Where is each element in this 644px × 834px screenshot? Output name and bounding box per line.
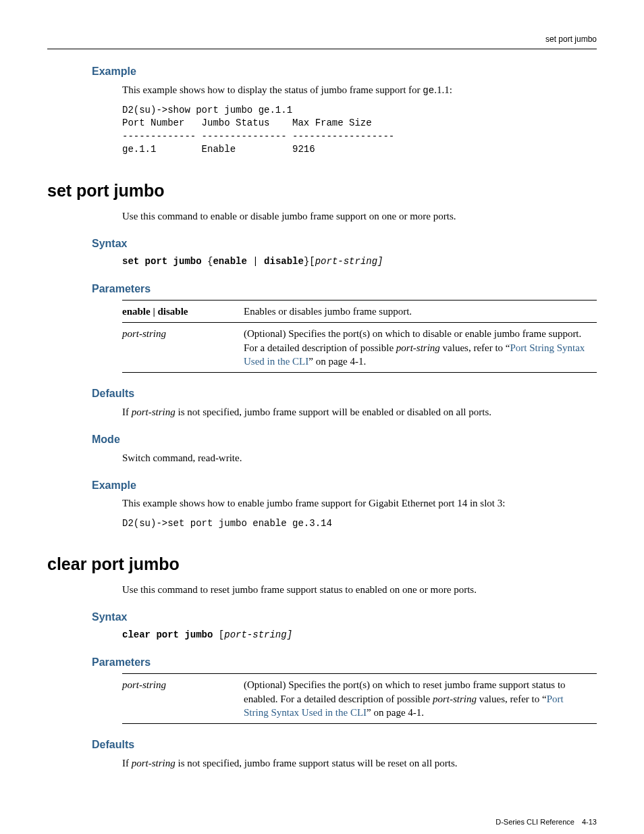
footer-book: D-Series CLI Reference xyxy=(495,818,574,826)
text: port-string xyxy=(132,407,176,417)
param-name: port-string xyxy=(122,674,244,724)
syntax-heading: Syntax xyxy=(92,236,597,251)
syntax-text: }[ xyxy=(304,256,315,267)
param-name: enable | disable xyxy=(122,301,244,323)
syntax-cmd: set port jumbo xyxy=(122,256,202,267)
text: is not specified, jumbo frame support st… xyxy=(176,758,458,768)
inline-code: ge xyxy=(423,85,434,96)
example-heading: Example xyxy=(92,478,597,493)
text: is not specified, jumbo frame support wi… xyxy=(176,407,491,417)
table-row: port-string (Optional) Specifies the por… xyxy=(122,323,597,373)
syntax-arg: port-string] xyxy=(315,256,383,267)
parameters-heading: Parameters xyxy=(92,655,597,670)
text: port-string xyxy=(122,679,166,690)
text: values, refer to “ xyxy=(440,342,510,353)
text: enable | disable xyxy=(122,306,188,317)
defaults-heading: Defaults xyxy=(92,737,597,752)
table-row: enable | disable Enables or disables jum… xyxy=(122,301,597,323)
text: port-string xyxy=(396,342,440,353)
footer-page: 4-13 xyxy=(582,818,597,826)
syntax-keyword: enable xyxy=(213,256,246,267)
syntax-arg: port-string] xyxy=(224,629,292,640)
command-intro: Use this command to enable or disable ju… xyxy=(122,209,597,223)
syntax-line: clear port jumbo [port-string] xyxy=(122,629,597,642)
text: This example shows how to display the st… xyxy=(122,84,423,95)
defaults-text: If port-string is not specified, jumbo f… xyxy=(122,405,597,419)
table-row: port-string (Optional) Specifies the por… xyxy=(122,674,597,724)
footer-sep xyxy=(574,818,582,826)
code-block: D2(su)->set port jumbo enable ge.3.14 xyxy=(122,517,597,531)
example-text: This example shows how to enable jumbo f… xyxy=(122,496,597,510)
mode-heading: Mode xyxy=(92,432,597,447)
text: port-string xyxy=(132,758,176,768)
mode-text: Switch command, read-write. xyxy=(122,451,597,465)
text: port-string xyxy=(433,694,477,704)
syntax-text: { xyxy=(202,256,213,267)
syntax-line: set port jumbo {enable | disable}[port-s… xyxy=(122,255,597,268)
text: port-string xyxy=(122,328,166,339)
parameters-table: enable | disable Enables or disables jum… xyxy=(122,300,597,373)
param-desc: (Optional) Specifies the port(s) on whic… xyxy=(244,674,597,724)
syntax-cmd: clear port jumbo xyxy=(122,629,213,640)
param-desc: (Optional) Specifies the port(s) on whic… xyxy=(244,323,597,373)
parameters-table: port-string (Optional) Specifies the por… xyxy=(122,673,597,724)
syntax-text: | xyxy=(247,256,264,267)
command-heading-set-port-jumbo: set port jumbo xyxy=(47,180,597,203)
example-intro: This example shows how to display the st… xyxy=(122,83,597,97)
text: .1.1: xyxy=(434,84,452,95)
text: ” on page 4-1. xyxy=(367,707,424,718)
syntax-text: [ xyxy=(213,629,224,640)
parameters-heading: Parameters xyxy=(92,282,597,296)
text: If xyxy=(122,407,132,417)
param-desc: Enables or disables jumbo frame support. xyxy=(244,301,597,323)
running-header: set port jumbo xyxy=(47,34,597,49)
code-block: D2(su)->show port jumbo ge.1.1 Port Numb… xyxy=(122,104,597,157)
defaults-text: If port-string is not specified, jumbo f… xyxy=(122,756,597,770)
param-name: port-string xyxy=(122,323,244,373)
text: ” on page 4-1. xyxy=(308,356,366,367)
text: values, refer to “ xyxy=(477,694,547,704)
text: If xyxy=(122,758,132,768)
command-intro: Use this command to reset jumbo frame su… xyxy=(122,583,597,596)
syntax-keyword: disable xyxy=(264,256,304,267)
syntax-heading: Syntax xyxy=(92,610,597,625)
command-heading-clear-port-jumbo: clear port jumbo xyxy=(47,553,597,576)
example-heading: Example xyxy=(92,64,597,79)
defaults-heading: Defaults xyxy=(92,386,597,401)
page-footer: D-Series CLI Reference 4-13 xyxy=(47,817,597,827)
